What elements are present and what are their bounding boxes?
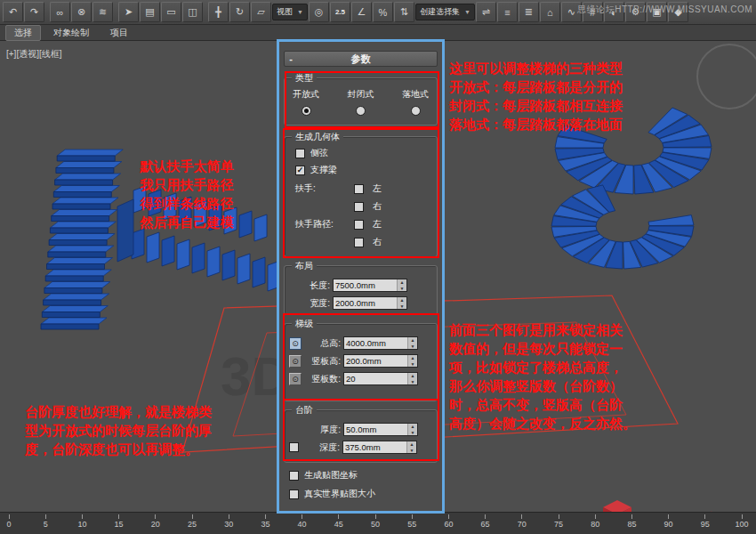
- width-row: 宽度: 2000.0mm ▲▼: [289, 296, 432, 310]
- overall-height-spinner[interactable]: 4000.0mm ▲▼: [343, 336, 418, 350]
- spinner-arrows[interactable]: ▲▼: [407, 355, 417, 367]
- depth-label: 深度:: [302, 441, 340, 454]
- timeline-tick-mark: [265, 514, 266, 519]
- timeline-tick-label: 55: [398, 520, 425, 529]
- rollout-header[interactable]: - 参数: [284, 51, 438, 67]
- window-crossing-icon[interactable]: ◫: [182, 2, 203, 22]
- layout-group-title: 布局: [292, 260, 317, 272]
- riser-height-value: 200.0mm: [344, 355, 407, 367]
- spinner-down-icon[interactable]: ▼: [408, 379, 417, 385]
- spinner-down-icon[interactable]: ▼: [398, 286, 406, 292]
- redo-icon[interactable]: ↷: [24, 2, 44, 22]
- depth-spinner[interactable]: 375.0mm ▲▼: [342, 441, 417, 454]
- pin-lock-riser-height-button[interactable]: ⊙: [289, 355, 302, 368]
- timeline-tick-mark: [742, 514, 743, 519]
- length-spinner[interactable]: 7500.0mm ▲▼: [333, 279, 407, 292]
- toolbar-separator: [204, 4, 207, 21]
- spinner-arrows[interactable]: ▲▼: [407, 337, 417, 349]
- depth-checkbox[interactable]: [289, 442, 299, 452]
- spinner-arrows[interactable]: ▲▼: [397, 279, 406, 291]
- percent-snap-icon[interactable]: %: [373, 2, 393, 22]
- width-spinner[interactable]: 2000.0mm ▲▼: [333, 296, 407, 310]
- logo-cubes-icon: [580, 497, 639, 512]
- spinner-down-icon[interactable]: ▼: [408, 430, 417, 436]
- timeline-tick-label: 80: [582, 520, 608, 529]
- timeline-tick-label: 50: [362, 520, 389, 529]
- annotation-line: 得到样条线路径: [107, 194, 267, 213]
- type-option-open[interactable]: 开放式: [293, 88, 319, 116]
- unlink-icon[interactable]: ⊗: [71, 2, 92, 22]
- timeline-tick: 25: [179, 514, 205, 529]
- pin-lock-riser-count-button[interactable]: ⊙: [289, 373, 302, 385]
- spinner-arrows[interactable]: ▲▼: [407, 373, 417, 384]
- radio-closed[interactable]: [356, 106, 366, 116]
- rollout-collapse-button[interactable]: -: [285, 53, 297, 64]
- spinner-down-icon[interactable]: ▼: [408, 344, 417, 350]
- spinner-down-icon[interactable]: ▼: [407, 448, 416, 454]
- ribbon-tab-2[interactable]: 对象绘制: [44, 25, 98, 41]
- annotation-line: 台阶厚度也好理解，就是楼梯类: [25, 402, 278, 421]
- spinner-down-icon[interactable]: ▼: [408, 361, 417, 368]
- timeline-tick-mark: [485, 514, 486, 519]
- railpath-right-checkbox[interactable]: [354, 238, 364, 247]
- undo-icon[interactable]: ↶: [3, 2, 23, 22]
- thickness-spinner[interactable]: 50.0mm ▲▼: [343, 423, 418, 436]
- select-object-icon[interactable]: ➤: [118, 2, 139, 22]
- spinner-arrows[interactable]: ▲▼: [407, 424, 417, 435]
- steps-group-title: 台阶: [292, 404, 317, 417]
- pin-lock-overall-button[interactable]: ⊙: [289, 337, 302, 350]
- angle-snap-icon[interactable]: ∠: [351, 2, 372, 22]
- radio-open[interactable]: [302, 106, 311, 116]
- select-link-icon[interactable]: ∞: [50, 2, 70, 22]
- type-option-box[interactable]: 落地式: [402, 88, 429, 116]
- handrail-right-checkbox[interactable]: [354, 202, 364, 212]
- scale-icon[interactable]: ▱: [251, 2, 271, 22]
- spinner-down-icon[interactable]: ▼: [398, 303, 406, 310]
- type-option-closed[interactable]: 封闭式: [348, 88, 374, 116]
- timeline-tick: 35: [252, 514, 278, 529]
- rotate-icon[interactable]: ↻: [229, 2, 250, 22]
- graphite-ribbon-icon[interactable]: ⌂: [540, 2, 560, 22]
- riser-count-spinner[interactable]: 20 ▲▼: [343, 372, 418, 385]
- rect-selection-region-icon[interactable]: ▭: [161, 2, 181, 22]
- ribbon-tab-3[interactable]: 项目: [101, 25, 137, 41]
- annotation-line: 默认扶手太简单: [107, 157, 267, 175]
- align-icon[interactable]: ≡: [497, 2, 518, 22]
- select-by-name-icon[interactable]: ▤: [140, 2, 160, 22]
- mirror-icon[interactable]: ⇌: [476, 2, 496, 22]
- railpath-right-label: 右: [373, 236, 432, 248]
- generate-mapping-row[interactable]: 生成贴图坐标: [289, 469, 438, 481]
- ribbon-tab-1[interactable]: 选择: [5, 25, 41, 41]
- viewport-label[interactable]: [+][透视][线框]: [6, 48, 62, 61]
- timeline-ruler[interactable]: 0510152025303540455055606570758085909510…: [0, 512, 756, 534]
- named-selection-set-dropdown[interactable]: 创建选择集▼: [415, 4, 475, 20]
- l-stairs: [147, 232, 159, 263]
- handrail-left-checkbox[interactable]: [354, 184, 364, 194]
- generate-mapping-checkbox[interactable]: [289, 471, 299, 481]
- use-pivot-center-icon[interactable]: ◎: [309, 2, 329, 22]
- stringers-row[interactable]: 侧弦: [295, 147, 432, 159]
- snap-toggle-button[interactable]: 2.5: [330, 2, 350, 22]
- straight-stairs: [55, 180, 113, 185]
- bind-spacewarp-icon[interactable]: ≋: [92, 2, 113, 22]
- straight-stairs: [45, 270, 111, 276]
- riser-height-spinner[interactable]: 200.0mm ▲▼: [343, 354, 418, 368]
- annotation-pins: 前面三个图钉是用来锁定相关数值的，但是每次只能锁定一项，比如锁定了楼梯总高度，那…: [449, 320, 752, 433]
- stringers-checkbox[interactable]: [295, 149, 305, 158]
- spinner-arrows[interactable]: ▲▼: [406, 441, 416, 453]
- spinner-arrows[interactable]: ▲▼: [397, 297, 406, 309]
- radio-box[interactable]: [411, 106, 421, 116]
- timeline-tick: 95: [692, 514, 719, 529]
- layer-manager-icon[interactable]: ≣: [519, 2, 539, 22]
- timeline-tick-mark: [448, 514, 449, 519]
- spinner-snap-icon[interactable]: ⇅: [394, 2, 414, 22]
- timeline-tick-mark: [192, 514, 193, 519]
- realworld-map-checkbox[interactable]: [289, 490, 299, 499]
- railpath-left-checkbox[interactable]: [354, 220, 364, 230]
- reference-coordinate-dropdown[interactable]: 视图▼: [272, 4, 308, 20]
- timeline-tick-mark: [595, 514, 596, 519]
- carriage-checkbox[interactable]: ✓: [295, 166, 305, 175]
- carriage-row[interactable]: ✓ 支撑梁: [295, 164, 432, 176]
- move-icon[interactable]: ╋: [208, 2, 229, 22]
- realworld-map-row[interactable]: 真实世界贴图大小: [289, 488, 438, 500]
